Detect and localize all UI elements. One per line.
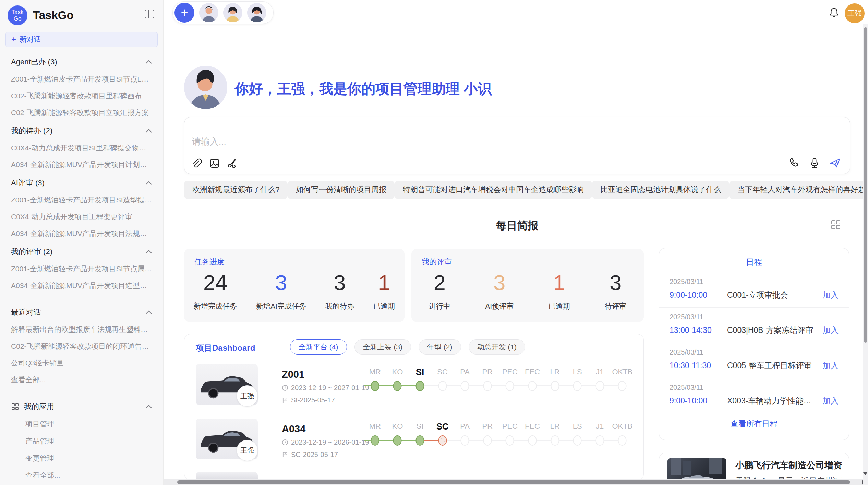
sidebar-task-item[interactable]: Z001-全新燃油轻卡产品开发项目SI造型提交物评审 (11, 195, 152, 205)
microphone-icon[interactable] (809, 157, 820, 169)
event-name: C001-立项审批会 (727, 290, 817, 300)
chevron-up-icon[interactable] (145, 181, 152, 185)
milestone-dot[interactable] (618, 381, 627, 391)
chevron-up-icon[interactable] (145, 250, 152, 254)
phone-call-icon[interactable] (788, 157, 800, 169)
event-join-link[interactable]: 加入 (823, 396, 839, 406)
stat-value: 3 (256, 271, 306, 294)
sidebar-task-item[interactable]: C02-飞腾新能源轻客改款项目立项汇报方案 (11, 108, 152, 117)
dashboard-filter-chip[interactable]: 全新上装 (3) (354, 339, 411, 355)
milestone-dot[interactable] (506, 435, 514, 446)
app-sub-item[interactable]: 产品管理 (25, 436, 152, 446)
milestone-label: FEC (521, 366, 544, 378)
milestone-dot[interactable] (461, 381, 469, 391)
milestone-dot[interactable] (506, 381, 514, 391)
milestone-dot[interactable] (573, 435, 582, 446)
recent-chat-item[interactable]: C02-飞腾新能源轻客改款项目的闭环通告反馈情况 (11, 341, 152, 351)
sidebar-task-item[interactable]: Z001-全新燃油皮卡产品开发项目SI节点Lesson Learn报告 (11, 74, 152, 84)
milestone-dot[interactable] (483, 435, 492, 446)
milestone-dot[interactable] (551, 381, 559, 391)
sidebar-task-item[interactable]: Z001-全新燃油轻卡产品开发项目SI节点属性5D文件评审 (11, 264, 152, 274)
milestone-label: LR (544, 421, 566, 432)
stat-label: 新增AI完成任务 (256, 301, 306, 311)
agent-avatar-1[interactable] (199, 3, 218, 22)
milestone-dot[interactable] (393, 381, 402, 391)
milestone-dot[interactable] (461, 435, 469, 446)
project-flag: SI-2025-05-17 (282, 396, 335, 404)
milestone-dot[interactable] (618, 435, 627, 446)
sidebar-section-title: Agent已办 (3) (11, 57, 57, 67)
sidebar-collapse-icon[interactable] (145, 10, 154, 18)
app-sub-item[interactable]: 项目管理 (25, 419, 152, 429)
stat-item: 1已逾期 (373, 271, 395, 311)
sidebar-task-item[interactable]: A034-全新新能源MUV产品开发项目造型可行性评审 (11, 281, 152, 290)
milestone-dot[interactable] (528, 381, 537, 391)
agent-avatar-2[interactable] (223, 3, 242, 22)
chevron-up-icon[interactable] (145, 310, 152, 314)
milestone-dot[interactable] (483, 381, 492, 391)
new-chat-button[interactable]: + 新对话 (5, 32, 158, 47)
sidebar-task-item[interactable]: C0X4-动力总成开发项目工程变更评审 (11, 212, 152, 222)
stat-value: 3 (485, 271, 514, 294)
milestone-dot[interactable] (415, 435, 424, 446)
recent-chat-item[interactable]: 查看全部... (11, 375, 152, 385)
stat-value: 24 (194, 271, 237, 294)
chevron-up-icon[interactable] (145, 60, 152, 64)
chevron-up-icon[interactable] (145, 129, 152, 133)
milestone: LS (566, 366, 589, 392)
project-flag-text: SI-2025-05-17 (291, 396, 335, 404)
scissors-icon[interactable] (227, 158, 238, 169)
my-apps-header[interactable]: 我的应用 (11, 401, 152, 412)
milestone-dot[interactable] (595, 381, 604, 391)
milestone-dot[interactable] (371, 381, 379, 391)
chat-input[interactable] (192, 136, 672, 147)
scroll-down-arrow-icon[interactable] (863, 472, 867, 475)
milestone-dot[interactable] (551, 435, 559, 446)
vertical-scrollbar[interactable] (863, 24, 868, 485)
sidebar-task-item[interactable]: C02-飞腾新能源轻客改款项目里程碑画布 (11, 91, 152, 101)
event-join-link[interactable]: 加入 (823, 325, 839, 336)
view-all-schedule-link[interactable]: 查看所有日程 (659, 419, 849, 429)
user-avatar[interactable]: 王强 (845, 3, 865, 23)
attachment-icon[interactable] (191, 158, 202, 169)
suggestion-chip[interactable]: 特朗普可能对进口汽车增税会对中国车企造成哪些影响 (395, 181, 592, 199)
briefing-layout-icon[interactable] (831, 220, 841, 229)
event-join-link[interactable]: 加入 (823, 290, 839, 300)
app-sub-item[interactable]: 查看全部... (25, 471, 152, 480)
image-icon[interactable] (209, 158, 220, 169)
dashboard-filter-chip[interactable]: 动总开发 (1) (469, 339, 526, 355)
app-sub-item[interactable]: 变更管理 (25, 453, 152, 463)
recent-chat-item[interactable]: 公司Q3轻卡销量 (11, 358, 152, 368)
dashboard-filter-chip[interactable]: 年型 (2) (419, 339, 461, 355)
milestone: LR (544, 421, 566, 447)
horizontal-scrollbar-thumb[interactable] (177, 480, 850, 484)
sidebar-task-item[interactable]: C0X4-动力总成开发项目SI里程碑提交物检查 (11, 143, 152, 153)
milestone-dot[interactable] (438, 435, 447, 446)
sidebar-task-item[interactable]: A034-全新新能源MUV产品开发项目法规符合性评审 (11, 229, 152, 238)
dashboard-filter-chip[interactable]: 全新平台 (4) (290, 339, 347, 355)
horizontal-scrollbar[interactable] (164, 479, 868, 485)
milestone-dot[interactable] (573, 381, 582, 391)
suggestion-chip[interactable]: 当下年轻人对汽车外观有怎样的喜好趋势 (729, 181, 868, 199)
add-agent-button[interactable]: + (174, 3, 194, 23)
milestone-dot[interactable] (438, 381, 447, 391)
milestone-dot[interactable] (393, 435, 402, 446)
milestone-label: OKTB (611, 421, 634, 432)
milestone-dot[interactable] (371, 435, 379, 446)
notifications-bell-icon[interactable] (829, 8, 839, 18)
send-icon[interactable] (829, 157, 841, 169)
milestone-dot[interactable] (528, 435, 537, 446)
suggestion-chip[interactable]: 欧洲新规最近颁布了什么? (184, 181, 288, 199)
suggestion-chip[interactable]: 如何写一份清晰的项目周报 (288, 181, 395, 199)
stat-label: 进行中 (429, 301, 450, 311)
chevron-up-icon[interactable] (145, 405, 152, 409)
stat-value: 2 (429, 271, 450, 294)
milestone-dot[interactable] (595, 435, 604, 446)
agent-avatar-3[interactable] (247, 3, 266, 22)
vertical-scrollbar-thumb[interactable] (864, 27, 867, 343)
sidebar-task-item[interactable]: A034-全新新能源MUV产品开发项目计划变更表编写 (11, 160, 152, 170)
event-join-link[interactable]: 加入 (823, 360, 839, 371)
recent-chat-item[interactable]: 解释最新出台的欧盟报废车法规再生塑料比例被调至15%... (11, 325, 152, 334)
milestone-dot[interactable] (415, 381, 424, 391)
suggestion-chip[interactable]: 比亚迪全固态电池计划具体说了什么 (592, 181, 729, 199)
